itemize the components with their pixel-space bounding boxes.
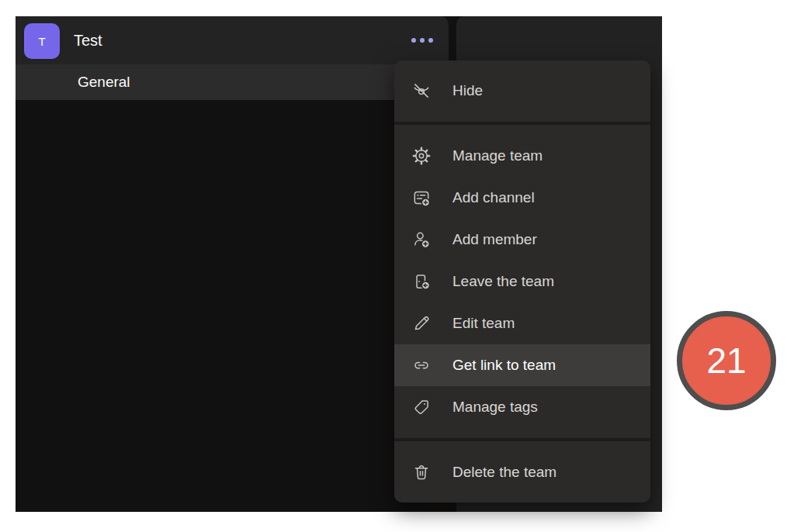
menu-item-leave-team[interactable]: Leave the team xyxy=(394,261,650,302)
door-arrow-leave-icon xyxy=(411,271,432,292)
gear-icon xyxy=(411,146,432,166)
team-more-options-button[interactable] xyxy=(402,29,442,52)
menu-item-manage-tags[interactable]: Manage tags xyxy=(394,386,650,428)
menu-item-edit-team[interactable]: Edit team xyxy=(394,302,650,344)
annotation-badge-21: 21 xyxy=(677,311,776,410)
annotation-badge-number: 21 xyxy=(706,340,746,382)
channel-row-general[interactable]: General xyxy=(16,64,449,100)
menu-item-label: Manage tags xyxy=(452,399,538,416)
menu-item-label: Edit team xyxy=(452,315,515,332)
menu-item-add-channel[interactable]: Add channel xyxy=(394,177,650,219)
menu-item-hide[interactable]: Hide xyxy=(394,70,650,112)
menu-item-manage-team[interactable]: Manage team xyxy=(394,135,650,177)
team-row-test[interactable]: T Test xyxy=(16,16,449,64)
teams-sidebar: T Test General xyxy=(16,16,449,512)
person-add-icon xyxy=(411,230,432,250)
menu-item-label: Manage team xyxy=(452,147,543,164)
menu-item-label: Delete the team xyxy=(452,464,556,481)
menu-item-label: Get link to team xyxy=(452,357,556,374)
link-icon xyxy=(411,355,432,375)
menu-item-label: Add member xyxy=(452,231,537,248)
team-context-menu: Hide Manage team xyxy=(394,60,650,503)
menu-item-get-link-to-team[interactable]: Get link to team xyxy=(394,344,650,386)
channel-name: General xyxy=(78,64,130,100)
menu-divider xyxy=(394,122,650,125)
menu-item-delete-team[interactable]: Delete the team xyxy=(394,451,650,493)
team-avatar: T xyxy=(24,23,60,59)
menu-item-label: Leave the team xyxy=(452,273,554,290)
menu-divider xyxy=(394,438,650,441)
more-options-icon xyxy=(411,38,416,43)
trash-icon xyxy=(411,462,432,482)
eye-off-icon xyxy=(411,81,432,101)
menu-item-label: Hide xyxy=(452,82,483,99)
team-name: Test xyxy=(74,16,102,64)
pencil-icon xyxy=(411,313,432,333)
channel-add-icon xyxy=(411,188,432,208)
menu-item-label: Add channel xyxy=(452,189,535,206)
team-avatar-initial: T xyxy=(38,35,45,48)
tag-icon xyxy=(411,397,432,417)
menu-item-add-member[interactable]: Add member xyxy=(394,219,650,261)
